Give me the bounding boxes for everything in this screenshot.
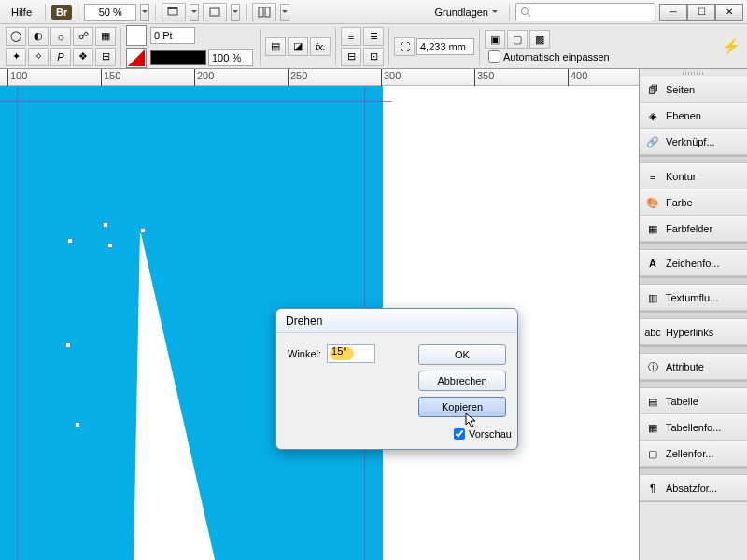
panel-tabellenfo[interactable]: ▦Tabellenfo... xyxy=(640,414,747,441)
tool-icon[interactable]: ◐ xyxy=(28,27,49,46)
screen-mode-button[interactable] xyxy=(203,3,227,21)
selection-handle[interactable] xyxy=(75,422,80,427)
fit-icon[interactable]: ▩ xyxy=(529,30,550,49)
control-toolbar: ◯ ◐ ☼ ☍ ▦ ✦ ✧ P ❖ ⊞ 0 Pt 100 % xyxy=(0,24,747,69)
opacity-field[interactable]: 100 % xyxy=(208,49,253,66)
panel-tabelle[interactable]: ▤Tabelle xyxy=(640,388,747,414)
tool-icon[interactable]: ▦ xyxy=(95,27,116,46)
dialog-title[interactable]: Drehen xyxy=(276,309,517,333)
attribute-icon: ⓘ xyxy=(645,359,660,374)
search-icon xyxy=(520,7,531,18)
tool-icon[interactable]: ◯ xyxy=(6,27,26,46)
panel-ebenen[interactable]: ◈Ebenen xyxy=(640,103,747,129)
frame-icon[interactable]: ⛶ xyxy=(394,37,415,56)
align-icon[interactable]: ≡ xyxy=(341,27,361,46)
svg-rect-3 xyxy=(259,7,263,17)
fx-button[interactable]: fx. xyxy=(310,37,331,56)
pages-icon: 🗐 xyxy=(645,82,660,97)
char-icon: A xyxy=(645,256,660,271)
svg-rect-1 xyxy=(168,7,177,9)
tint-bar[interactable] xyxy=(150,50,206,65)
tool-icon[interactable]: ☼ xyxy=(50,27,71,46)
guide[interactable] xyxy=(0,101,392,102)
selection-handle[interactable] xyxy=(140,228,146,233)
tablestyle-icon: ▦ xyxy=(645,420,660,435)
maximize-button[interactable]: ☐ xyxy=(687,4,715,21)
selection-handle[interactable] xyxy=(107,243,113,248)
ok-button[interactable]: OK xyxy=(418,344,506,365)
table-icon: ▤ xyxy=(645,394,660,409)
arrange-dropdown[interactable] xyxy=(280,4,289,21)
tool-icon[interactable]: ✧ xyxy=(28,48,49,66)
fit-icon[interactable]: ▢ xyxy=(507,30,528,49)
stroke-swatch[interactable] xyxy=(126,48,147,68)
tool-icon[interactable]: ⊞ xyxy=(95,48,116,66)
zoom-dropdown[interactable] xyxy=(140,4,149,21)
preview-checkbox[interactable] xyxy=(454,428,465,440)
panel-hyperlinks[interactable]: abcHyperlinks xyxy=(640,319,747,345)
panel-verknuepf[interactable]: 🔗Verknüpf... xyxy=(640,129,747,155)
fit-icon[interactable]: ▣ xyxy=(485,30,505,49)
cancel-button[interactable]: Abbrechen xyxy=(418,371,506,391)
align-icon[interactable]: ⊡ xyxy=(363,48,384,66)
svg-line-6 xyxy=(528,14,530,17)
search-input[interactable] xyxy=(515,3,655,21)
panel-grip[interactable] xyxy=(640,69,747,77)
stroke-icon: ≡ xyxy=(645,169,660,184)
copy-button[interactable]: Kopieren xyxy=(418,397,506,417)
close-button[interactable]: ✕ xyxy=(715,4,743,21)
panel-kontur[interactable]: ≡Kontur xyxy=(640,163,747,189)
panel-textumflu[interactable]: ▥Textumflu... xyxy=(640,285,747,311)
tool-icon[interactable]: ✦ xyxy=(6,48,26,66)
align-icon[interactable]: ⊟ xyxy=(341,48,361,66)
panel-attribute[interactable]: ⓘAttribute xyxy=(640,354,747,380)
screen-mode-dropdown[interactable] xyxy=(231,4,240,21)
dimension-field[interactable]: 4,233 mm xyxy=(416,38,474,55)
horizontal-ruler[interactable]: 100 150 200 250 300 350 400 xyxy=(0,69,639,86)
guide[interactable] xyxy=(17,86,18,560)
tool-icon[interactable]: P xyxy=(50,48,71,66)
swatches-icon: ▦ xyxy=(645,221,660,236)
bridge-button[interactable]: Br xyxy=(51,5,72,20)
angle-input[interactable]: 15° xyxy=(327,344,375,363)
textwrap-icon: ▥ xyxy=(645,290,660,305)
menubar: Hilfe Br 50 % Grundlagen ─ ☐ ✕ xyxy=(0,0,747,24)
tool-icon[interactable]: ☍ xyxy=(73,27,93,46)
selection-handle[interactable] xyxy=(67,238,73,244)
tool-icon[interactable]: ❖ xyxy=(73,48,93,66)
quick-apply-icon[interactable]: ⚡ xyxy=(721,36,741,57)
minimize-button[interactable]: ─ xyxy=(659,4,687,21)
panel-seiten[interactable]: 🗐Seiten xyxy=(640,77,747,103)
autofit-checkbox[interactable]: Automatisch einpassen xyxy=(485,50,613,63)
view-options-dropdown[interactable] xyxy=(190,4,199,21)
workspace-switcher[interactable]: Grundlagen xyxy=(430,5,504,20)
selection-handle[interactable] xyxy=(65,343,71,348)
parastyle-icon: ¶ xyxy=(645,481,660,496)
help-menu[interactable]: Hilfe xyxy=(4,5,39,20)
svg-point-5 xyxy=(522,7,529,14)
view-options-button[interactable] xyxy=(162,3,186,21)
panel-farbfelder[interactable]: ▦Farbfelder xyxy=(640,216,747,242)
layers-icon: ◈ xyxy=(645,108,660,123)
stroke-weight[interactable]: 0 Pt xyxy=(150,27,195,44)
svg-rect-4 xyxy=(265,7,270,17)
hyperlink-icon: abc xyxy=(645,325,660,340)
panel-zeichenfo[interactable]: AZeichenfo... xyxy=(640,250,747,276)
svg-rect-2 xyxy=(210,8,219,16)
fill-swatch[interactable] xyxy=(126,25,147,46)
panel-absatzfor[interactable]: ¶Absatzfor... xyxy=(640,475,747,501)
rotate-dialog: Drehen Winkel: 15° OK Abbrechen Kopieren… xyxy=(275,308,518,450)
arrange-button[interactable] xyxy=(252,3,276,21)
right-panels: 🗐Seiten ◈Ebenen 🔗Verknüpf... ≡Kontur 🎨Fa… xyxy=(639,69,747,560)
angle-label: Winkel: xyxy=(288,348,321,359)
align-icon[interactable]: ≣ xyxy=(363,27,384,46)
panel-zellenfor[interactable]: ▢Zellenfor... xyxy=(640,441,747,467)
color-icon: 🎨 xyxy=(645,195,660,210)
preview-label: Vorschau xyxy=(469,428,512,440)
effects-icon[interactable]: ▤ xyxy=(265,37,286,56)
links-icon: 🔗 xyxy=(645,134,660,149)
panel-farbe[interactable]: 🎨Farbe xyxy=(640,189,747,216)
zoom-level[interactable]: 50 % xyxy=(84,4,136,21)
selection-handle[interactable] xyxy=(103,222,108,228)
effects-icon[interactable]: ◪ xyxy=(288,37,308,56)
